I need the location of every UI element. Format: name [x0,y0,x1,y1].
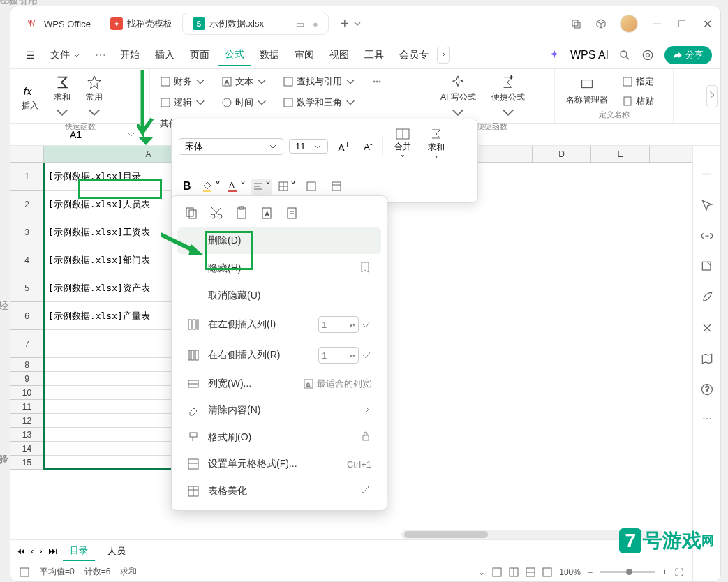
minimize-button[interactable]: ─ [651,17,663,30]
sum-button[interactable]: 求和 [50,73,75,121]
menu-view[interactable]: 视图 [322,45,356,66]
row-header[interactable]: 12 [10,414,44,428]
font-select[interactable]: 宋体 [179,138,283,155]
text-fn-button[interactable]: A文本 [218,73,270,90]
time-button[interactable]: 时间 [218,94,270,111]
view-grid-icon[interactable] [542,567,552,577]
row-header[interactable]: 9 [10,372,44,386]
zoom-level[interactable]: 100% [559,567,581,577]
check-icon[interactable] [362,320,371,329]
menu-formula[interactable]: 公式 [218,44,251,66]
row-header[interactable]: 6 [10,302,44,330]
context-unhide[interactable]: 取消隐藏(U) [177,283,381,309]
fixed-button[interactable]: 指定 [619,73,657,90]
autosum-button[interactable]: 求和 ˅ [422,126,450,166]
ai-formula-button[interactable]: AI 写公式 [436,73,480,121]
font-size-select[interactable]: 11 [289,139,328,154]
select-all-corner[interactable] [10,146,44,162]
help-icon[interactable]: ? [700,382,714,396]
check-icon[interactable] [362,350,371,360]
view-normal-icon[interactable] [492,567,502,577]
file-menu[interactable]: 文件 [43,46,88,64]
insert-fx-button[interactable]: fx插入 [17,82,43,113]
name-box[interactable]: A1 [10,129,142,140]
row-header[interactable]: 13 [10,428,44,442]
sheet-tab[interactable]: 人员 [101,542,133,560]
close-button[interactable]: ✕ [701,17,713,30]
math-button[interactable]: 数学和三角 [280,94,359,111]
row-header[interactable]: 4 [10,246,44,274]
context-cell-format[interactable]: 设置单元格格式(F)... Ctrl+1 [177,451,381,477]
cloud-icon[interactable] [641,48,655,62]
row-header[interactable]: 2 [10,191,44,218]
menu-scroll-right[interactable] [437,47,450,64]
export-icon[interactable] [700,260,714,274]
quick-formula-button[interactable]: +便捷公式 [487,73,529,121]
cursor-icon[interactable] [700,198,714,212]
paste-button[interactable]: 粘贴 [619,93,657,110]
zoom-out[interactable]: − [588,567,593,577]
paste-icon[interactable] [235,206,248,220]
hamburger-icon[interactable]: ☰ [19,47,42,64]
fill-color-button[interactable]: ˅ [201,180,221,193]
statusbar-chevron[interactable]: ⌄ [478,567,485,577]
align-button[interactable]: ˅ [251,179,272,195]
row-header[interactable]: 11 [10,400,44,414]
context-col-width[interactable]: 列宽(W)... a 最适合的列宽 [177,371,381,397]
link-icon[interactable] [700,229,714,243]
view-page-icon[interactable] [509,567,519,577]
row-header[interactable]: 8 [10,358,44,372]
logic-button[interactable]: 逻辑 [157,94,209,111]
sheet-nav-first[interactable]: ⏮ [16,546,25,556]
search-icon[interactable] [618,49,631,61]
insert-left-count[interactable]: 1▴▾ [318,316,359,333]
row-header[interactable]: 3 [10,218,44,246]
zoom-in[interactable]: + [662,567,667,577]
menu-review[interactable]: 审阅 [288,45,321,66]
common-button[interactable]: 常用 [82,73,107,121]
sheet-nav-prev[interactable]: ‹ [31,546,34,556]
row-header[interactable]: 1 [10,163,44,191]
paste-text-icon[interactable]: A [260,206,274,220]
panel-minus[interactable]: ─ [702,167,711,181]
wps-ai-label[interactable]: WPS AI [570,49,609,61]
tab-wps-home[interactable]: WPS Office [17,13,101,34]
context-insert-left[interactable]: 在左侧插入列(I) 1▴▾ [177,309,381,340]
fullscreen-icon[interactable] [674,567,684,577]
menu-insert[interactable]: 插入 [148,45,181,66]
maximize-button[interactable]: □ [676,17,688,30]
format-button-1[interactable] [302,178,321,195]
decrease-font-button[interactable]: A- [359,137,376,155]
name-manager-button[interactable]: 名称管理器 [562,76,612,107]
share-button[interactable]: 分享 [664,46,712,64]
context-beautify[interactable]: 表格美化 [177,477,381,505]
settings-icon[interactable] [19,567,30,578]
row-header[interactable]: 14 [10,442,44,456]
cube-icon[interactable] [595,17,607,30]
border-button[interactable]: ˅ [278,180,296,193]
tools-icon[interactable] [700,321,714,335]
bold-button[interactable]: B [179,177,195,195]
leaf-icon[interactable] [700,290,714,304]
paste-special-icon[interactable] [285,206,299,220]
sheet-nav-next[interactable]: › [39,546,42,556]
device-icon[interactable]: ▭ [296,19,304,29]
copy-icon[interactable] [184,206,198,220]
sheet-tab-active[interactable]: 目录 [63,542,95,561]
menu-page[interactable]: 页面 [183,45,216,66]
finance-button[interactable]: 财务 [157,73,209,90]
more-fn-button[interactable] [369,74,385,89]
context-delete[interactable]: 删除(D) [177,227,381,254]
format-button-2[interactable] [327,178,346,195]
tab-templates[interactable]: ✦ 找稻壳模板 [101,13,182,34]
menu-start[interactable]: 开始 [113,45,147,66]
row-header[interactable]: 10 [10,386,44,400]
merge-button[interactable]: 合并 ˅ [389,127,417,165]
increase-font-button[interactable]: A+ [334,137,354,156]
avatar[interactable] [620,15,638,33]
context-insert-right[interactable]: 在右侧插入列(R) 1▴▾ [177,340,381,371]
view-read-icon[interactable] [526,567,535,577]
window-copy-icon[interactable] [570,17,582,30]
panel-more[interactable]: ⋯ [702,413,712,424]
lookup-button[interactable]: 查找与引用 [280,73,359,90]
